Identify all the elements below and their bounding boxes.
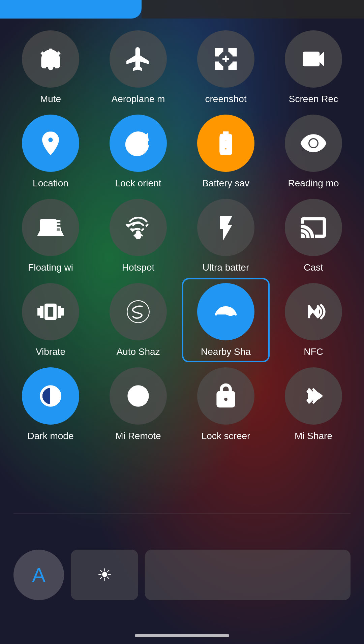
tile-battery-sav[interactable]: + + Battery sav	[189, 115, 263, 189]
tile-mi-share-circle	[285, 367, 342, 425]
tile-auto-shazam[interactable]: Auto Shaz	[101, 283, 175, 357]
tile-mi-remote-circle	[110, 367, 167, 425]
tile-ultra-batter[interactable]: Ultra batter	[189, 199, 263, 273]
tile-auto-shazam-label: Auto Shaz	[116, 346, 160, 357]
tile-screenshot-circle	[197, 30, 254, 88]
tile-floating-wi[interactable]: Floating wi	[13, 199, 88, 273]
tile-mi-remote-label: Mi Remote	[115, 431, 161, 441]
tile-ultra-batter-label: Ultra batter	[203, 262, 249, 273]
tile-aeroplane-circle	[110, 30, 167, 88]
top-blue-bar	[0, 0, 142, 19]
tile-screenshot[interactable]: creenshot	[189, 30, 263, 104]
tile-lock-screen-label: Lock screer	[202, 431, 250, 441]
tile-lock-orient-circle	[110, 115, 167, 172]
tile-dark-mode-circle	[22, 367, 79, 425]
avatar-button[interactable]: A	[13, 550, 64, 600]
tile-mi-share[interactable]: Mi Share	[276, 367, 351, 441]
tile-ultra-batter-circle	[197, 199, 254, 256]
tile-battery-sav-circle: + +	[197, 115, 254, 172]
tile-aeroplane-label: Aeroplane m	[112, 94, 165, 104]
tile-mi-share-label: Mi Share	[295, 431, 332, 441]
tile-nfc-circle	[285, 283, 342, 340]
quick-settings-grid: Mute Aeroplane m	[0, 24, 364, 458]
tile-location-label: Location	[33, 178, 68, 189]
tile-screen-rec-circle	[285, 30, 342, 88]
tile-battery-sav-label: Battery sav	[202, 178, 249, 189]
tile-mute[interactable]: Mute	[13, 30, 88, 104]
tile-mute-circle	[22, 30, 79, 88]
tile-mi-remote[interactable]: Mi Remote	[101, 367, 175, 441]
svg-rect-5	[224, 133, 228, 136]
tile-vibrate[interactable]: Vibrate	[13, 283, 88, 357]
tile-vibrate-label: Vibrate	[36, 346, 65, 357]
tile-floating-wi-circle	[22, 199, 79, 256]
svg-point-13	[136, 231, 140, 235]
tile-screen-rec[interactable]: Screen Rec	[276, 30, 351, 104]
brightness-control[interactable]: ☀	[71, 550, 138, 600]
tile-aeroplane[interactable]: Aeroplane m	[101, 30, 175, 104]
tiles-row-2: Location Lock orient	[13, 115, 351, 189]
separator-line	[13, 514, 351, 514]
tile-mute-label: Mute	[40, 94, 61, 104]
tile-lock-screen-circle	[197, 367, 254, 425]
tile-vibrate-circle	[22, 283, 79, 340]
tile-hotspot[interactable]: Hotspot	[101, 199, 175, 273]
tile-lock-orient-label: Lock orient	[115, 178, 161, 189]
tile-dark-mode[interactable]: Dark mode	[13, 367, 88, 441]
tile-dark-mode-label: Dark mode	[28, 431, 74, 441]
tile-nfc[interactable]: NFC	[276, 283, 351, 357]
tiles-row-4: Vibrate Auto Shaz	[13, 283, 351, 357]
bottom-controls: A ☀	[0, 516, 364, 634]
tile-lock-screen[interactable]: Lock screer	[189, 367, 263, 441]
tile-nearby-share-circle	[197, 283, 254, 340]
svg-text:+: +	[223, 138, 229, 149]
tile-screen-rec-label: Screen Rec	[289, 94, 338, 104]
tile-reading-mode[interactable]: Reading mo	[276, 115, 351, 189]
tile-cast-label: Cast	[304, 262, 323, 273]
avatar-label: A	[32, 563, 46, 587]
brightness-icon: ☀	[97, 565, 112, 585]
tile-floating-wi-label: Floating wi	[28, 262, 73, 273]
svg-rect-11	[52, 227, 60, 234]
tile-hotspot-label: Hotspot	[122, 262, 155, 273]
top-dark-bar	[142, 0, 364, 19]
tile-location-circle	[22, 115, 79, 172]
tile-lock-orient[interactable]: Lock orient	[101, 115, 175, 189]
tile-screenshot-label: creenshot	[205, 94, 247, 104]
tile-nearby-share[interactable]: Nearby Sha	[189, 283, 263, 357]
tile-reading-mode-circle	[285, 115, 342, 172]
tile-cast-circle	[285, 199, 342, 256]
tiles-row-1: Mute Aeroplane m	[13, 30, 351, 104]
tile-nfc-label: NFC	[304, 346, 323, 357]
tiles-row-3: Floating wi Hot	[13, 199, 351, 273]
home-indicator[interactable]	[135, 634, 229, 637]
tiles-row-5: Dark mode Mi Remote	[13, 367, 351, 441]
tile-reading-mode-label: Reading mo	[288, 178, 339, 189]
tile-cast[interactable]: Cast	[276, 199, 351, 273]
tile-hotspot-circle	[110, 199, 167, 256]
bottom-section: A ☀	[0, 516, 364, 644]
svg-point-20	[136, 394, 140, 398]
brightness-slider[interactable]	[145, 550, 351, 600]
tile-auto-shazam-circle	[110, 283, 167, 340]
tile-location[interactable]: Location	[13, 115, 88, 189]
svg-point-14	[127, 301, 149, 323]
